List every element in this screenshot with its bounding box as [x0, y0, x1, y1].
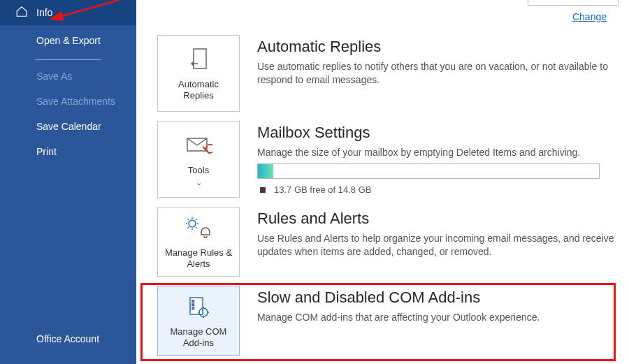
square-bullet-icon [260, 187, 266, 193]
tile-automatic-replies[interactable]: Automatic Replies [157, 35, 240, 112]
rules-alerts-icon [185, 214, 212, 243]
section-desc: Manage the size of your mailbox by empty… [257, 146, 629, 159]
tile-label: Tools [188, 165, 209, 176]
section-title: Slow and Disabled COM Add-ins [257, 289, 629, 307]
sidebar-item-label: Save As [36, 71, 72, 82]
chevron-down-icon: ⌄ [196, 178, 202, 187]
sidebar-divider [35, 59, 101, 60]
svg-point-2 [189, 220, 196, 227]
svg-rect-0 [194, 49, 206, 68]
section-title: Mailbox Settings [257, 124, 629, 142]
section-title: Rules and Alerts [257, 210, 629, 228]
sidebar-item-label: Open & Export [36, 35, 101, 46]
section-com-addins: Manage COM Add-ins Slow and Disabled COM… [157, 286, 629, 356]
section-desc: Use Rules and Alerts to help organize yo… [257, 232, 629, 259]
tools-icon [185, 131, 212, 161]
sidebar-item-label: Office Account [36, 333, 99, 344]
sidebar-item-label: Save Attachments [36, 96, 115, 107]
com-addins-icon [187, 293, 210, 322]
sidebar-item-print[interactable]: Print [0, 139, 136, 164]
tile-manage-com-addins[interactable]: Manage COM Add-ins [157, 286, 240, 356]
sidebar-item-label: Print [36, 146, 57, 157]
sidebar-item-label: Info [36, 7, 52, 18]
mailbox-storage-fill [258, 164, 273, 178]
sidebar-item-open-export[interactable]: Open & Export [0, 25, 136, 56]
tile-label: Automatic Replies [164, 79, 233, 101]
automatic-replies-icon [188, 45, 209, 75]
tile-label: Manage COM Add-ins [164, 326, 233, 348]
home-icon [15, 6, 28, 20]
sidebar-item-info[interactable]: Info [0, 0, 136, 25]
section-title: Automatic Replies [257, 38, 629, 56]
section-desc: Use automatic replies to notify others t… [257, 60, 629, 87]
backstage-sidebar: Info Open & Export Save As Save Attachme… [0, 0, 136, 364]
sidebar-item-office-account[interactable]: Office Account [0, 326, 136, 351]
sidebar-item-save-as[interactable]: Save As [0, 64, 136, 89]
content-area: Change Automatic Replies Automatic Repli… [136, 0, 629, 364]
section-mailbox-settings: Tools ⌄ Mailbox Settings Manage the size… [157, 121, 629, 198]
tile-manage-rules-alerts[interactable]: Manage Rules & Alerts [157, 207, 240, 277]
sidebar-item-label: Save Calendar [36, 121, 101, 132]
mailbox-storage-text: 13.7 GB free of 14.8 GB [260, 184, 629, 195]
mailbox-storage-bar [257, 163, 600, 179]
account-selector-box [528, 0, 619, 6]
section-automatic-replies: Automatic Replies Automatic Replies Use … [157, 35, 629, 112]
tile-tools[interactable]: Tools ⌄ [157, 121, 240, 198]
sidebar-item-save-calendar[interactable]: Save Calendar [0, 114, 136, 139]
section-desc: Manage COM add-ins that are affecting yo… [257, 311, 629, 324]
section-rules-alerts: Manage Rules & Alerts Rules and Alerts U… [157, 207, 629, 277]
sidebar-item-save-attachments[interactable]: Save Attachments [0, 89, 136, 114]
tile-label: Manage Rules & Alerts [164, 247, 233, 269]
change-link[interactable]: Change [572, 11, 607, 22]
